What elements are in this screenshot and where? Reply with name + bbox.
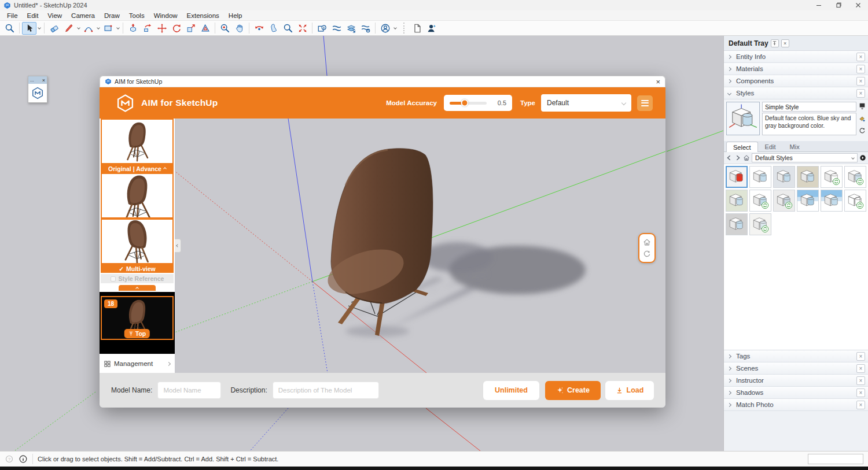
move-tool-icon[interactable] bbox=[155, 22, 169, 35]
palette-close-icon[interactable] bbox=[42, 77, 45, 83]
menu-hamburger-button[interactable] bbox=[637, 95, 653, 111]
close-section-icon[interactable] bbox=[856, 401, 865, 409]
toolbar-grip[interactable] bbox=[403, 23, 406, 34]
section-instructor[interactable]: Instructor bbox=[724, 375, 868, 387]
close-window-button[interactable] bbox=[848, 0, 868, 10]
style-thumbnail-plain-update[interactable] bbox=[749, 190, 771, 212]
reference-image-thumbnail[interactable] bbox=[101, 219, 174, 264]
secondary-pane-icon[interactable] bbox=[859, 102, 866, 109]
section-materials[interactable]: Materials bbox=[724, 63, 868, 75]
forward-icon[interactable] bbox=[734, 154, 741, 161]
home-icon[interactable] bbox=[743, 154, 750, 161]
section-styles[interactable]: Styles bbox=[724, 87, 868, 99]
follow-me-tool-icon[interactable] bbox=[140, 22, 155, 35]
warehouse-person-button-icon[interactable] bbox=[424, 22, 439, 35]
close-section-icon[interactable] bbox=[856, 376, 865, 385]
close-section-icon[interactable] bbox=[856, 89, 865, 98]
menu-window[interactable]: Window bbox=[149, 10, 182, 20]
close-tray-button[interactable] bbox=[781, 39, 789, 47]
reference-image-thumbnail[interactable] bbox=[101, 119, 174, 164]
style-thumbnail-default-style[interactable] bbox=[749, 166, 771, 188]
style-thumbnail-green-tint[interactable] bbox=[726, 190, 748, 212]
account-menu-icon[interactable] bbox=[378, 22, 392, 35]
pin-tray-button[interactable] bbox=[771, 39, 779, 47]
description-input[interactable] bbox=[273, 382, 379, 399]
dialog-close-button[interactable]: × bbox=[656, 78, 660, 86]
rectangle-tool-dropdown[interactable] bbox=[115, 22, 120, 35]
menu-extensions[interactable]: Extensions bbox=[182, 10, 224, 20]
type-dropdown[interactable]: Default bbox=[541, 94, 631, 112]
close-section-icon[interactable] bbox=[856, 352, 865, 361]
walk-tool-icon[interactable] bbox=[266, 22, 281, 35]
account-menu-dropdown[interactable] bbox=[392, 22, 398, 35]
dialog-titlebar[interactable]: AIM for SketchUp × bbox=[100, 76, 665, 87]
pan-tool-icon[interactable] bbox=[232, 22, 247, 35]
credits-info-icon[interactable] bbox=[19, 454, 28, 464]
close-section-icon[interactable] bbox=[856, 77, 865, 86]
top-view-button[interactable]: Top bbox=[124, 329, 150, 338]
extension-curves-tool-icon[interactable] bbox=[329, 22, 344, 35]
slider-knob[interactable] bbox=[461, 99, 468, 107]
tab-mix[interactable]: Mix bbox=[783, 141, 807, 151]
aim-palette-button[interactable] bbox=[28, 84, 47, 102]
section-components[interactable]: Components bbox=[724, 75, 868, 87]
rotate-tool-icon[interactable] bbox=[169, 22, 183, 35]
menu-help[interactable]: Help bbox=[224, 10, 247, 20]
style-thumbnail-translucent[interactable] bbox=[749, 213, 771, 235]
unlimited-badge[interactable]: Unlimited bbox=[483, 381, 539, 400]
section-shadows[interactable]: Shadows bbox=[724, 387, 868, 399]
generated-model-thumbnail[interactable]: 18 Top bbox=[101, 296, 174, 340]
close-section-icon[interactable] bbox=[856, 364, 865, 373]
model-accuracy-slider[interactable]: 0.5 bbox=[444, 95, 512, 111]
select-tool-icon[interactable] bbox=[22, 22, 36, 35]
extension-layers-tool-icon[interactable] bbox=[344, 22, 358, 35]
style-thumbnail-gray-update[interactable] bbox=[773, 190, 795, 212]
style-thumbnail-wireframe[interactable] bbox=[844, 190, 866, 212]
load-button[interactable]: Load bbox=[605, 381, 654, 400]
menu-camera[interactable]: Camera bbox=[67, 10, 100, 20]
style-thumbnail-blue-sky-selected[interactable] bbox=[797, 190, 819, 212]
look-around-tool-icon[interactable] bbox=[252, 22, 266, 35]
management-button[interactable]: Management bbox=[100, 354, 175, 373]
slider-track[interactable] bbox=[450, 102, 487, 105]
menu-draw[interactable]: Draw bbox=[100, 10, 124, 20]
close-section-icon[interactable] bbox=[856, 53, 865, 61]
style-thumbnail-white-update[interactable] bbox=[844, 166, 866, 188]
create-style-icon[interactable] bbox=[859, 115, 866, 122]
section-tags[interactable]: Tags bbox=[724, 350, 868, 362]
collapse-panel-button[interactable] bbox=[119, 285, 156, 291]
update-style-icon[interactable] bbox=[859, 127, 866, 134]
style-thumbnail-blue-sky[interactable] bbox=[821, 190, 843, 212]
sidebar-collapse-tab[interactable] bbox=[175, 239, 181, 253]
maximize-button[interactable] bbox=[829, 0, 848, 10]
style-thumbnail-colored-red-cylinder[interactable] bbox=[726, 166, 748, 188]
line-tool-dropdown[interactable] bbox=[76, 22, 81, 35]
minimize-button[interactable] bbox=[809, 0, 829, 10]
style-thumbnail-tan-background[interactable] bbox=[797, 166, 819, 188]
create-button[interactable]: Create bbox=[545, 381, 601, 400]
zoom-camera-tool-icon[interactable] bbox=[281, 22, 295, 35]
extension-magnify-tool-icon[interactable] bbox=[315, 22, 329, 35]
arc-tool-icon[interactable] bbox=[81, 22, 95, 35]
dialog-3d-viewport[interactable] bbox=[175, 119, 665, 373]
style-collection-dropdown[interactable]: Default Styles bbox=[752, 153, 858, 162]
geolocation-icon[interactable]: ? bbox=[5, 454, 14, 464]
model-name-input[interactable] bbox=[157, 382, 221, 399]
details-flyout-icon[interactable] bbox=[859, 154, 866, 161]
section-match-photo[interactable]: Match Photo bbox=[724, 399, 868, 411]
eraser-tool-icon[interactable] bbox=[47, 22, 61, 35]
section-entity-info[interactable]: Entity Info bbox=[724, 51, 868, 63]
line-tool-icon[interactable] bbox=[61, 22, 76, 35]
tab-edit[interactable]: Edit bbox=[758, 141, 783, 151]
new-file-button-icon[interactable] bbox=[410, 22, 424, 35]
zoom-extents-tool-icon[interactable] bbox=[295, 22, 310, 35]
push-pull-tool-icon[interactable] bbox=[126, 22, 140, 35]
extension-curves-gear-tool-icon[interactable] bbox=[358, 22, 373, 35]
home-view-icon[interactable] bbox=[643, 238, 651, 246]
style-name-input[interactable]: Simple Style bbox=[762, 102, 856, 112]
select-tool-dropdown[interactable] bbox=[36, 22, 42, 35]
close-section-icon[interactable] bbox=[856, 388, 865, 397]
aim-toolbar-palette[interactable]: ... bbox=[28, 76, 47, 103]
close-section-icon[interactable] bbox=[856, 65, 865, 73]
multi-view-toggle[interactable]: ✓Multi-view bbox=[101, 264, 174, 273]
